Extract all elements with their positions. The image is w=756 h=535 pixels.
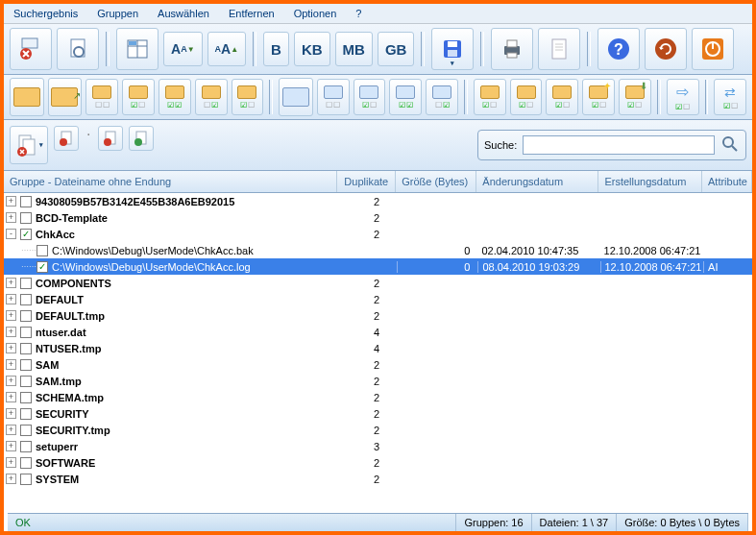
- menu-help[interactable]: ?: [352, 6, 365, 21]
- expand-icon[interactable]: +: [6, 310, 16, 321]
- group-row[interactable]: +DEFAULT2: [4, 291, 752, 307]
- folder-open-button[interactable]: ↗: [48, 78, 83, 116]
- doc-x2-button[interactable]: [98, 126, 123, 151]
- bfolder-button[interactable]: [279, 78, 313, 116]
- checkbox[interactable]: [37, 245, 48, 256]
- expand-icon[interactable]: +: [6, 408, 16, 419]
- header-modified[interactable]: Änderungsdatum: [476, 171, 598, 192]
- expand-icon[interactable]: +: [6, 376, 16, 386]
- unit-mb-button[interactable]: MB: [335, 32, 373, 66]
- document-button[interactable]: [538, 28, 580, 70]
- group-row[interactable]: +SAM.tmp2: [4, 373, 752, 389]
- checkbox[interactable]: [20, 425, 32, 436]
- refresh-button[interactable]: [645, 28, 687, 70]
- bfolder-cu-button[interactable]: ☑☐: [354, 79, 386, 115]
- folder-uc-button[interactable]: ☐☑: [195, 79, 228, 115]
- expand-icon[interactable]: +: [6, 425, 16, 435]
- preview-button[interactable]: [57, 28, 99, 70]
- group-row[interactable]: +SOFTWARE2: [4, 454, 752, 471]
- expand-icon[interactable]: +: [6, 457, 16, 468]
- group-row[interactable]: +COMPONENTS2: [4, 275, 752, 291]
- group-row[interactable]: +SCHEMA.tmp2: [4, 389, 752, 405]
- group-row[interactable]: +ntuser.dat4: [4, 324, 752, 340]
- group-row[interactable]: +BCD-Template2: [4, 209, 752, 226]
- y4-button[interactable]: ✦☑☐: [582, 79, 615, 115]
- group-row[interactable]: +setuperr3: [4, 438, 752, 454]
- expand-icon[interactable]: +: [6, 343, 16, 353]
- y5-button[interactable]: ⬇☑☐: [619, 79, 651, 115]
- folder-cu-button[interactable]: ☑☐: [122, 79, 155, 115]
- expand-icon[interactable]: +: [6, 327, 16, 337]
- header-group[interactable]: Gruppe - Dateiname ohne Endung: [4, 171, 337, 192]
- group-row[interactable]: +DEFAULT.tmp2: [4, 307, 752, 324]
- group-row[interactable]: +94308059B57B3142E455B38A6EB920152: [4, 193, 752, 209]
- doc-group-button[interactable]: ▾: [10, 126, 48, 164]
- folder-cu2-button[interactable]: ☑☐: [232, 79, 264, 115]
- file-row[interactable]: ⋯⋯ ✓C:\Windows\Debug\UserMode\ChkAcc.log…: [4, 258, 752, 275]
- swap-button[interactable]: ⇄☑☐: [714, 79, 746, 115]
- columns-button[interactable]: [116, 28, 159, 70]
- group-row[interactable]: +NTUSER.tmp4: [4, 340, 752, 356]
- y2-button[interactable]: ☑☐: [510, 79, 543, 115]
- doc-g-button[interactable]: [129, 126, 154, 151]
- menu-optionen[interactable]: Optionen: [290, 6, 341, 21]
- header-created[interactable]: Erstellungsdatum: [598, 171, 702, 192]
- unit-b-button[interactable]: B: [263, 32, 289, 66]
- group-row[interactable]: +SAM2: [4, 356, 752, 373]
- arrow-right-button[interactable]: ⇨☑☐: [667, 79, 699, 115]
- checkbox[interactable]: [20, 457, 32, 469]
- menu-entfernen[interactable]: Entfernen: [225, 6, 279, 21]
- folder-button-1[interactable]: [10, 78, 44, 116]
- checkbox[interactable]: [20, 327, 32, 338]
- expand-icon[interactable]: +: [6, 474, 16, 484]
- folder-cc-button[interactable]: ☑☑: [159, 79, 191, 115]
- expand-icon[interactable]: +: [6, 212, 16, 223]
- checkbox[interactable]: [20, 278, 32, 289]
- checkbox[interactable]: [20, 408, 32, 420]
- group-row[interactable]: -✓ChkAcc2: [4, 226, 752, 242]
- expand-icon[interactable]: -: [6, 229, 16, 239]
- menu-suchergebnis[interactable]: Suchergebnis: [10, 6, 82, 21]
- group-row[interactable]: +SYSTEM2: [4, 471, 752, 487]
- checkbox[interactable]: [20, 310, 32, 322]
- bfolder-cc-button[interactable]: ☑☑: [389, 79, 422, 115]
- header-attr[interactable]: Attribute: [702, 171, 752, 192]
- unit-kb-button[interactable]: KB: [294, 32, 330, 66]
- font-increase-button[interactable]: AA▲: [207, 32, 247, 66]
- expand-icon[interactable]: +: [6, 294, 16, 304]
- folder-uu-button[interactable]: ☐☐: [85, 79, 118, 115]
- checkbox[interactable]: [20, 376, 32, 387]
- group-row[interactable]: +SECURITY2: [4, 405, 752, 422]
- expand-icon[interactable]: +: [6, 278, 16, 288]
- file-row[interactable]: ⋯⋯ C:\Windows\Debug\UserMode\ChkAcc.bak0…: [4, 242, 752, 258]
- expand-icon[interactable]: +: [6, 196, 16, 207]
- font-decrease-button[interactable]: AA▼: [163, 32, 203, 66]
- save-button[interactable]: ▾: [431, 28, 474, 70]
- checkbox[interactable]: [20, 474, 32, 485]
- unit-gb-button[interactable]: GB: [378, 32, 415, 66]
- print-button[interactable]: [491, 28, 533, 70]
- checkbox[interactable]: [20, 441, 32, 452]
- checkbox[interactable]: ✓: [20, 229, 32, 240]
- checkbox[interactable]: [20, 359, 32, 371]
- checkbox[interactable]: [20, 294, 32, 305]
- menu-auswaehlen[interactable]: Auswählen: [154, 6, 213, 21]
- doc-x-button[interactable]: [54, 126, 79, 151]
- header-size[interactable]: Größe (Bytes): [396, 171, 476, 192]
- group-row[interactable]: +SECURITY.tmp2: [4, 422, 752, 438]
- expand-icon[interactable]: +: [6, 441, 16, 451]
- checkbox[interactable]: ✓: [37, 261, 48, 273]
- search-icon[interactable]: [720, 134, 740, 156]
- power-button[interactable]: [692, 28, 734, 70]
- y3-button[interactable]: ☑☐: [546, 79, 578, 115]
- header-duplicates[interactable]: Duplikate: [337, 171, 396, 192]
- delete-selected-button[interactable]: [10, 28, 52, 70]
- menu-gruppen[interactable]: Gruppen: [93, 6, 142, 21]
- help-button[interactable]: ?: [597, 28, 640, 70]
- search-input[interactable]: [523, 135, 715, 155]
- checkbox[interactable]: [20, 392, 32, 403]
- file-tree[interactable]: +94308059B57B3142E455B38A6EB920152+BCD-T…: [4, 193, 752, 500]
- expand-icon[interactable]: +: [6, 359, 16, 370]
- checkbox[interactable]: [20, 212, 32, 224]
- bfolder-uu-button[interactable]: ☐☐: [317, 79, 350, 115]
